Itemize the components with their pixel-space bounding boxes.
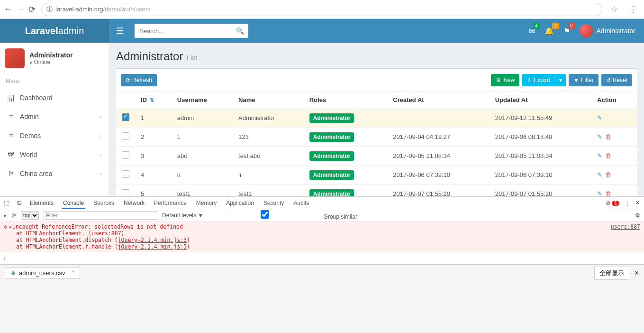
column-header[interactable]: Action — [591, 92, 637, 109]
devtools-tab-memory[interactable]: Memory — [195, 200, 218, 206]
stack-line: at HTMLAnchorElement.r.handle (jQuery-2.… — [4, 243, 640, 250]
devtools-tab-application[interactable]: Application — [225, 200, 255, 206]
export-dropdown-button[interactable]: ▾ — [555, 74, 566, 86]
edit-icon[interactable]: ✎ — [597, 133, 602, 140]
console-sidebar-icon[interactable]: ▸ — [4, 212, 7, 219]
error-source-link[interactable]: users:887 — [611, 223, 640, 230]
error-indicator[interactable]: ⊘ 1 — [606, 200, 619, 206]
cell-created: 2017-09-04 04:19:27 — [387, 128, 489, 147]
row-checkbox[interactable] — [122, 170, 129, 178]
row-checkbox[interactable] — [122, 113, 129, 121]
table-row: 2 1 123 Administrator 2017-09-04 04:19:2… — [116, 128, 637, 147]
site-info-icon[interactable]: ⓘ — [46, 5, 53, 14]
cell-created — [387, 109, 489, 128]
sidebar-item-admin[interactable]: ≡Admin‹ — [0, 107, 109, 126]
back-button[interactable]: ← — [4, 4, 12, 15]
logo[interactable]: Laravel admin — [0, 19, 109, 43]
devtools-close-icon[interactable]: ✕ — [635, 199, 640, 206]
group-similar-check[interactable]: Group similar — [208, 210, 357, 220]
cell-created: 2017-09-06 07:39:10 — [387, 166, 489, 185]
cell-name: test1 — [233, 185, 304, 197]
edit-icon[interactable]: ✎ — [597, 190, 602, 196]
delete-icon[interactable]: 🗑 — [605, 171, 611, 178]
levels-dropdown[interactable]: Default levels ▼ — [162, 212, 203, 219]
reload-button[interactable]: ⟳ — [28, 4, 36, 15]
url-bar[interactable]: ⓘ laravel-admin.org/demo/auth/users — [41, 3, 602, 16]
cell-updated: 2017-09-06 07:39:10 — [490, 166, 591, 185]
stack-link[interactable]: users:887 — [91, 230, 121, 237]
device-icon[interactable]: ⧉ — [17, 199, 21, 207]
bookmark-icon[interactable]: ☆ — [608, 5, 620, 14]
row-checkbox[interactable] — [122, 132, 129, 140]
table-row: 3 abc test abc Administrator 2017-09-05 … — [116, 147, 637, 166]
sidebar-username: Administrator — [29, 51, 73, 59]
console-filter-input[interactable] — [44, 211, 157, 220]
sidebar-item-china-area[interactable]: 🏳China area‹ — [0, 164, 109, 183]
bell-badge: 7 — [552, 23, 559, 29]
delete-icon[interactable]: 🗑 — [605, 190, 611, 196]
search-input[interactable] — [135, 24, 248, 38]
download-item[interactable]: 🗎 admin_users.csv ⌃ — [5, 267, 80, 279]
sidebar-item-world[interactable]: 🗺World‹ — [0, 145, 109, 164]
menu-label: China area — [20, 170, 53, 177]
error-icon: ⊗ — [4, 223, 7, 230]
error-message: Uncaught ReferenceError: selectedRows is… — [12, 223, 183, 230]
sidebar-user-panel: Administrator ● Online — [0, 43, 109, 74]
mail-icon[interactable]: ✉4 — [529, 27, 535, 36]
column-header[interactable]: Created At — [387, 92, 489, 109]
stack-link[interactable]: jQuery-2.1.4.min.js:3 — [118, 237, 187, 243]
delete-icon[interactable]: 🗑 — [605, 133, 611, 140]
edit-icon[interactable]: ✎ — [597, 114, 602, 121]
new-button[interactable]: 🗎New — [491, 74, 519, 86]
devtools-tab-sources[interactable]: Sources — [92, 200, 115, 206]
close-icon[interactable]: ✕ — [634, 269, 639, 277]
sidebar-item-dashboard[interactable]: 📊Dashboard — [0, 88, 109, 107]
stack-link[interactable]: jQuery-2.1.4.min.js:3 — [118, 243, 187, 250]
search-icon[interactable]: 🔍 — [236, 27, 244, 35]
devtools-tab-console[interactable]: Console — [62, 200, 85, 209]
sidebar-item-demos[interactable]: ≡Demos‹ — [0, 126, 109, 145]
export-button[interactable]: ⇩Export — [522, 74, 555, 86]
sidebar-toggle-icon[interactable]: ☰ — [109, 26, 131, 36]
settings-icon[interactable]: ⚙ — [635, 212, 640, 219]
edit-icon[interactable]: ✎ — [597, 152, 602, 159]
cell-id: 1 — [135, 109, 172, 128]
show-all-button[interactable]: 全部显示 — [594, 267, 629, 280]
context-select[interactable]: top — [21, 211, 39, 220]
devtools-tab-elements[interactable]: Elements — [29, 200, 54, 206]
column-header[interactable]: Name — [233, 92, 304, 109]
devtools-tab-security[interactable]: Security — [263, 200, 285, 206]
refresh-button[interactable]: ⟳Refresh — [121, 74, 157, 86]
role-badge: Administrator — [309, 189, 354, 196]
inspect-icon[interactable]: ⬚ — [4, 199, 9, 206]
column-header[interactable]: Updated At — [490, 92, 591, 109]
edit-icon[interactable]: ✎ — [597, 171, 602, 178]
browser-chrome: ← → ⟳ ⓘ laravel-admin.org/demo/auth/user… — [0, 0, 644, 19]
reset-button[interactable]: ↺Reset — [601, 74, 632, 86]
console-prompt[interactable]: › — [0, 252, 644, 264]
column-header[interactable]: Roles — [304, 92, 388, 109]
delete-icon[interactable]: 🗑 — [605, 152, 611, 159]
filter-button[interactable]: ▼Filter — [569, 74, 599, 86]
devtools-tab-audits[interactable]: Audits — [292, 200, 310, 206]
column-header[interactable]: ID ⇅ — [135, 92, 172, 109]
browser-menu-icon[interactable]: ⋮ — [626, 4, 640, 15]
user-menu[interactable]: Administrator — [580, 24, 635, 37]
cell-id: 5 — [135, 185, 172, 197]
clear-console-icon[interactable]: ⊘ — [11, 212, 16, 219]
devtools-menu-icon[interactable]: ⋮ — [624, 199, 630, 206]
bell-icon[interactable]: 🔔7 — [544, 27, 554, 36]
column-header[interactable]: Username — [172, 92, 233, 109]
row-checkbox[interactable] — [122, 151, 129, 159]
row-checkbox[interactable] — [122, 189, 129, 196]
forward-button[interactable]: → — [16, 4, 25, 15]
flag-icon[interactable]: ⚑9 — [563, 27, 570, 36]
plus-icon: 🗎 — [496, 77, 501, 83]
download-icon: ⇩ — [527, 77, 532, 83]
devtools-tab-network[interactable]: Network — [123, 200, 145, 206]
devtools-tab-performance[interactable]: Performance — [153, 200, 188, 206]
expand-icon[interactable]: ▸ — [9, 223, 12, 230]
content: Administrator List ⟳Refresh 🗎New ⇩Export… — [109, 19, 644, 196]
cell-id: 4 — [135, 166, 172, 185]
flag-badge: 9 — [568, 23, 575, 29]
